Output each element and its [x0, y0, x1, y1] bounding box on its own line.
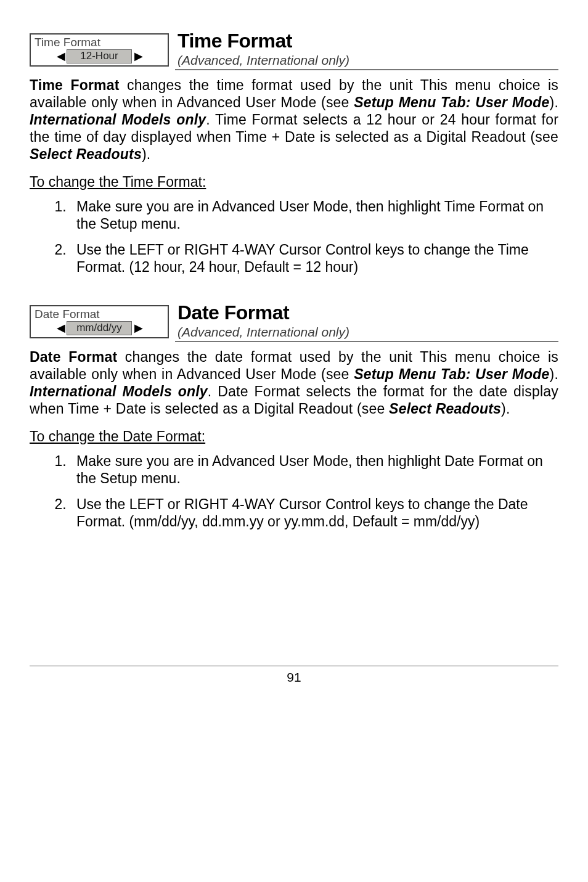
- ui-box-control: ◀ 12-Hour ▶: [31, 49, 168, 65]
- para-text: ).: [550, 366, 558, 382]
- title-block: Time Format (Advanced, International onl…: [178, 31, 558, 68]
- footer-rule: [30, 666, 558, 666]
- section-subtitle: (Advanced, International only): [178, 325, 558, 340]
- ui-value: 12-Hour: [67, 49, 132, 63]
- ui-value: mm/dd/yy: [67, 321, 132, 335]
- ref-term: Select Readouts: [30, 146, 142, 162]
- section-1-paragraph: Time Format changes the time format used…: [30, 76, 558, 163]
- time-format-ui-box: Time Format ◀ 12-Hour ▶: [30, 33, 169, 67]
- arrow-left-icon: ◀: [57, 51, 65, 62]
- ref-term: Setup Menu Tab: User Mode: [354, 366, 549, 382]
- section-heading: Date Format: [178, 303, 558, 324]
- arrow-right-icon: ▶: [134, 51, 143, 62]
- page-number: 91: [30, 670, 558, 685]
- list-item: Make sure you are in Advanced User Mode,…: [70, 198, 558, 232]
- date-format-ui-box: Date Format ◀ mm/dd/yy ▶: [30, 305, 169, 338]
- ref-term: Select Readouts: [389, 401, 501, 417]
- page-footer: 91: [30, 666, 558, 685]
- list-item: Make sure you are in Advanced User Mode,…: [70, 452, 558, 487]
- lead-term: Time Format: [30, 77, 120, 93]
- para-text: ).: [142, 146, 150, 162]
- heading-rule: [175, 69, 558, 70]
- lead-term: Date Format: [30, 349, 117, 365]
- list-item: Use the LEFT or RIGHT 4-WAY Cursor Contr…: [70, 241, 558, 276]
- ref-term: International Models only: [30, 112, 206, 128]
- ref-term: Setup Menu Tab: User Mode: [354, 94, 549, 110]
- section-heading: Time Format: [178, 31, 558, 52]
- para-text: ).: [501, 401, 510, 417]
- arrow-left-icon: ◀: [57, 322, 65, 333]
- heading-rule: [175, 341, 558, 342]
- section-1-header: Time Format ◀ 12-Hour ▶ Time Format (Adv…: [30, 31, 558, 68]
- para-text: ).: [550, 94, 558, 110]
- section-2-steps: Make sure you are in Advanced User Mode,…: [30, 452, 558, 530]
- section-subtitle: (Advanced, International only): [178, 53, 558, 68]
- ui-box-control: ◀ mm/dd/yy ▶: [31, 321, 168, 337]
- section-2-paragraph: Date Format changes the date format used…: [30, 348, 558, 417]
- ui-box-title: Date Format: [31, 306, 168, 321]
- section-1-steps: Make sure you are in Advanced User Mode,…: [30, 198, 558, 276]
- title-block: Date Format (Advanced, International onl…: [178, 303, 558, 340]
- section-1-subheading: To change the Time Format:: [30, 174, 558, 190]
- section-2-header: Date Format ◀ mm/dd/yy ▶ Date Format (Ad…: [30, 303, 558, 340]
- ui-box-title: Time Format: [31, 35, 168, 49]
- list-item: Use the LEFT or RIGHT 4-WAY Cursor Contr…: [70, 496, 558, 530]
- ref-term: International Models only: [30, 383, 208, 399]
- arrow-right-icon: ▶: [134, 322, 143, 333]
- section-2-subheading: To change the Date Format:: [30, 428, 558, 445]
